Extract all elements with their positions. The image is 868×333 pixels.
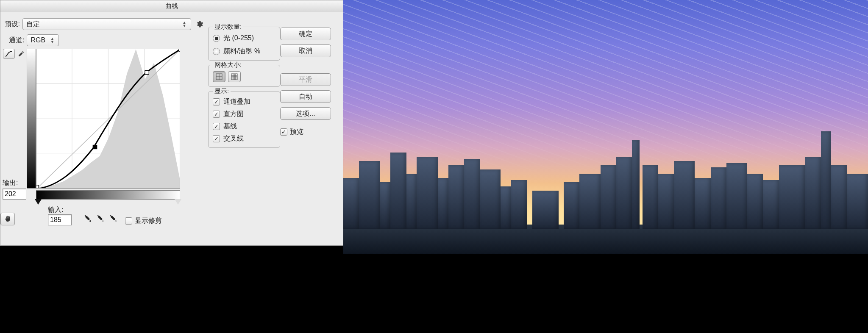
dialog-buttons: 确定 取消 平滑 自动 选项... ✓ 预览 xyxy=(280,27,335,241)
pencil-tool-button[interactable] xyxy=(17,49,26,59)
show-clipping-checkbox[interactable]: 显示修剪 xyxy=(125,216,162,225)
auto-button[interactable]: 自动 xyxy=(280,90,331,103)
svg-point-13 xyxy=(115,220,116,222)
options-button[interactable]: 选项... xyxy=(280,107,331,120)
show-clipping-label: 显示修剪 xyxy=(135,216,162,225)
display-amount-group: 显示数量: 光 (0-255) 颜料/油墨 % xyxy=(208,27,280,61)
svg-rect-9 xyxy=(145,70,149,74)
curves-graph[interactable] xyxy=(36,49,180,189)
svg-point-11 xyxy=(89,220,91,222)
cancel-button[interactable]: 取消 xyxy=(280,44,331,57)
smooth-button: 平滑 xyxy=(280,73,331,86)
eyedropper-black-icon[interactable] xyxy=(83,214,92,225)
input-input[interactable] xyxy=(48,214,72,225)
grid-size-group: 网格大小: xyxy=(208,65,280,87)
svg-point-12 xyxy=(102,220,103,222)
ok-button[interactable]: 确定 xyxy=(280,28,331,40)
eyedropper-white-icon[interactable] xyxy=(109,214,117,225)
channel-dropdown[interactable]: RGB ▲▼ xyxy=(27,34,59,46)
curves-left-panel: 预设: 自定 ▲▼ 通道: RGB ▲▼ xyxy=(0,17,204,241)
output-label: 输出: xyxy=(3,179,18,188)
radio-light-label: 光 (0-255) xyxy=(223,34,254,43)
channel-label: 通道: xyxy=(9,36,24,45)
dialog-title: 曲线 xyxy=(165,2,178,10)
output-gradient-bar[interactable] xyxy=(27,49,36,189)
curve-tool-button[interactable] xyxy=(3,49,15,59)
check-baseline[interactable]: 基线 xyxy=(213,122,275,131)
svg-rect-8 xyxy=(93,145,97,149)
check-histogram[interactable]: 直方图 xyxy=(213,110,275,119)
grid-small-button[interactable] xyxy=(213,71,225,82)
grid-size-title: 网格大小: xyxy=(213,61,243,69)
curves-dialog: 曲线 预设: 自定 ▲▼ 通道: RGB ▲▼ xyxy=(0,0,343,246)
dropdown-arrows-icon: ▲▼ xyxy=(49,36,55,44)
black-point-slider[interactable] xyxy=(35,199,42,205)
dropdown-arrows-icon: ▲▼ xyxy=(181,20,187,28)
svg-rect-10 xyxy=(179,49,180,51)
svg-rect-7 xyxy=(36,185,39,189)
check-intersection[interactable]: 交叉线 xyxy=(213,134,275,143)
white-point-slider[interactable] xyxy=(175,199,181,205)
check-channel-overlay[interactable]: 通道叠加 xyxy=(213,97,275,106)
show-group: 显示: 通道叠加 直方图 基线 交叉线 xyxy=(208,91,280,148)
preview-image xyxy=(343,0,868,254)
input-gradient-bar[interactable] xyxy=(36,190,180,200)
radio-pigment[interactable]: 颜料/油墨 % xyxy=(213,47,275,56)
preset-label: 预设: xyxy=(0,20,20,29)
preview-label: 预览 xyxy=(290,128,303,136)
preview-checkbox[interactable]: ✓ 预览 xyxy=(280,128,331,136)
radio-light[interactable]: 光 (0-255) xyxy=(213,34,275,43)
display-amount-title: 显示数量: xyxy=(213,23,243,31)
show-group-title: 显示: xyxy=(213,87,231,95)
channel-value: RGB xyxy=(31,36,45,44)
radio-pigment-label: 颜料/油墨 % xyxy=(223,47,260,56)
dialog-titlebar: 曲线 xyxy=(0,0,343,12)
gear-icon[interactable] xyxy=(195,20,204,28)
output-input[interactable] xyxy=(3,189,26,200)
preset-value: 自定 xyxy=(26,20,40,29)
preset-dropdown[interactable]: 自定 ▲▼ xyxy=(22,18,191,30)
grid-large-button[interactable] xyxy=(228,71,241,82)
curves-options-panel: 显示数量: 光 (0-255) 颜料/油墨 % 网格大小: xyxy=(204,27,280,241)
eyedropper-gray-icon[interactable] xyxy=(96,214,105,225)
hand-tool-button[interactable] xyxy=(0,213,15,225)
input-label: 输入: xyxy=(48,205,63,214)
